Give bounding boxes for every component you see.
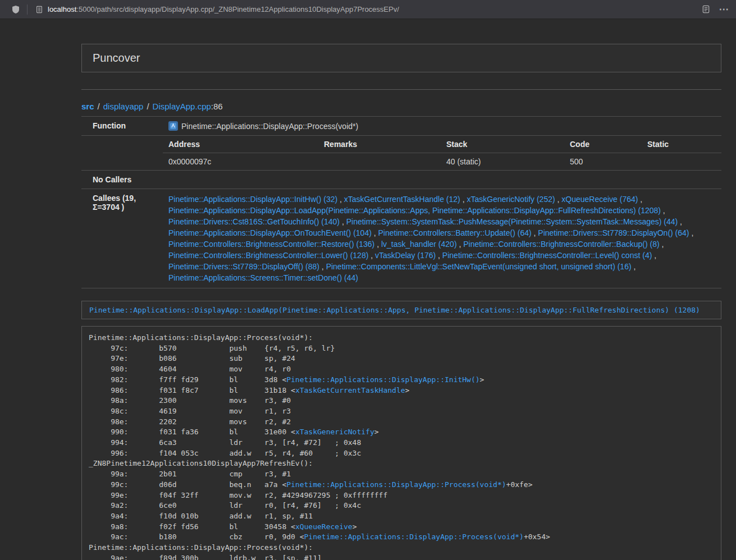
browser-toolbar: localhost:5000/path/src/displayapp/Displ… (0, 0, 736, 19)
page-container: Puncover src/displayapp/DisplayApp.cpp:8… (81, 44, 721, 560)
no-callers-cell (163, 171, 721, 189)
callee-link[interactable]: Pinetime::Drivers::St7789::DisplayOn() (… (538, 228, 689, 237)
callee-link[interactable]: Pinetime::Applications::DisplayApp::Init… (168, 195, 337, 204)
breadcrumb-separator: / (147, 102, 149, 111)
callee-link[interactable]: Pinetime::Controllers::BrightnessControl… (168, 240, 374, 249)
disasm-symbol-link[interactable]: xTaskGenericNotify (295, 428, 374, 436)
url-path: :5000/path/src/displayapp/DisplayApp.cpp… (76, 5, 399, 13)
callee-link[interactable]: xTaskGetCurrentTaskHandle (12) (344, 195, 460, 204)
callee-link[interactable]: Pinetime::Controllers::Battery::Update()… (378, 228, 532, 237)
metrics-header-row: Address Remarks Stack Code Static (163, 136, 721, 153)
code-panel-heading[interactable]: Pinetime::Applications::DisplayApp::Load… (81, 301, 721, 319)
page-title: Puncover (93, 52, 140, 64)
callees-list: Pinetime::Applications::DisplayApp::Init… (163, 189, 721, 288)
breadcrumb-link-src[interactable]: src (81, 102, 94, 111)
callee-link[interactable]: Pinetime::Controllers::BrightnessControl… (168, 251, 368, 260)
cell-remarks (318, 153, 441, 171)
callee-link[interactable]: Pinetime::Components::LittleVgl::SetNewT… (326, 262, 632, 271)
cell-stack: 40 (static) (441, 153, 564, 171)
metrics-row: Address Remarks Stack Code Static 0x0000… (81, 136, 721, 171)
function-row: Function Pinetime::Applications::Display… (81, 117, 721, 136)
function-row-label: Function (81, 117, 163, 136)
reader-view-icon[interactable] (697, 2, 715, 17)
function-cell: Pinetime::Applications::DisplayApp::Proc… (163, 117, 721, 136)
no-callers-row: No Callers (81, 171, 721, 189)
breadcrumb-link-file[interactable]: DisplayApp.cpp (153, 102, 211, 111)
metrics-cell: Address Remarks Stack Code Static 0x0000… (163, 136, 721, 171)
symbol-type-icon (168, 121, 178, 131)
callee-link[interactable]: vTaskDelay (176) (375, 251, 436, 260)
callee-link[interactable]: Pinetime::Drivers::St7789::DisplayOff() … (168, 262, 319, 271)
col-stack: Stack (441, 136, 564, 153)
url-text: localhost:5000/path/src/displayapp/Displ… (48, 5, 399, 13)
callee-link[interactable]: xTaskGenericNotify (252) (467, 195, 555, 204)
app-title-panel: Puncover (81, 44, 721, 72)
page-icon (35, 6, 43, 13)
breadcrumb: src/displayapp/DisplayApp.cpp:86 (81, 102, 721, 111)
symbol-table: Function Pinetime::Applications::Display… (81, 116, 721, 288)
col-address: Address (163, 136, 318, 153)
callee-link[interactable]: Pinetime::System::SystemTask::PushMessag… (346, 217, 678, 226)
callee-link[interactable]: xQueueReceive (764) (561, 195, 638, 204)
function-name: Pinetime::Applications::DisplayApp::Proc… (181, 122, 358, 131)
cell-code: 500 (564, 153, 642, 171)
callee-link[interactable]: Pinetime::Drivers::Cst816S::GetTouchInfo… (168, 217, 340, 226)
section-divider (81, 89, 721, 90)
disasm-symbol-link[interactable]: Pinetime::Applications::DisplayApp::Init… (286, 375, 479, 384)
disasm-symbol-link[interactable]: xQueueReceive (295, 522, 353, 531)
disasm-symbol-link[interactable]: Pinetime::Applications::DisplayApp::Proc… (304, 533, 524, 541)
callee-link[interactable]: Pinetime::Controllers::BrightnessControl… (442, 251, 652, 260)
breadcrumb-separator: / (98, 102, 100, 111)
disassembly: Pinetime::Applications::DisplayApp::Proc… (89, 333, 714, 560)
url-host: localhost (48, 5, 76, 13)
disasm-symbol-link[interactable]: xTaskGetCurrentTaskHandle (295, 386, 405, 394)
callee-link[interactable]: lv_task_handler (420) (381, 240, 457, 249)
col-remarks: Remarks (318, 136, 441, 153)
callees-row: Callees (19, Σ=3704 ) Pinetime::Applicat… (81, 189, 721, 288)
disasm-symbol-link[interactable]: Pinetime::Applications::DisplayApp::Proc… (286, 480, 506, 489)
metrics-table: Address Remarks Stack Code Static 0x0000… (163, 136, 721, 170)
metrics-data-row: 0x0000097c 40 (static) 500 (163, 153, 721, 171)
url-bar[interactable]: localhost:5000/path/src/displayapp/Displ… (30, 2, 697, 17)
disassembly-panel: Pinetime::Applications::DisplayApp::Proc… (81, 326, 721, 560)
overflow-menu-icon[interactable]: ⋯ (715, 2, 733, 17)
cell-address: 0x0000097c (163, 153, 318, 171)
toolbar-divider (27, 4, 28, 15)
breadcrumb-line-number: :86 (211, 102, 223, 111)
col-static: Static (642, 136, 721, 153)
callee-link[interactable]: Pinetime::Controllers::BrightnessControl… (463, 240, 659, 249)
callee-link[interactable]: Pinetime::Applications::Screens::Timer::… (168, 273, 358, 282)
shield-icon-glyph (11, 5, 20, 14)
cell-static (642, 153, 721, 171)
callee-link[interactable]: Pinetime::Applications::DisplayApp::OnTo… (168, 228, 372, 237)
breadcrumb-link-displayapp[interactable]: displayapp (103, 102, 144, 111)
callee-link[interactable]: Pinetime::Applications::DisplayApp::Load… (168, 206, 661, 215)
shield-icon[interactable] (7, 2, 25, 17)
metrics-row-spacer (81, 136, 163, 171)
no-callers-label: No Callers (81, 171, 163, 189)
callees-label: Callees (19, Σ=3704 ) (81, 189, 163, 288)
col-code: Code (564, 136, 642, 153)
